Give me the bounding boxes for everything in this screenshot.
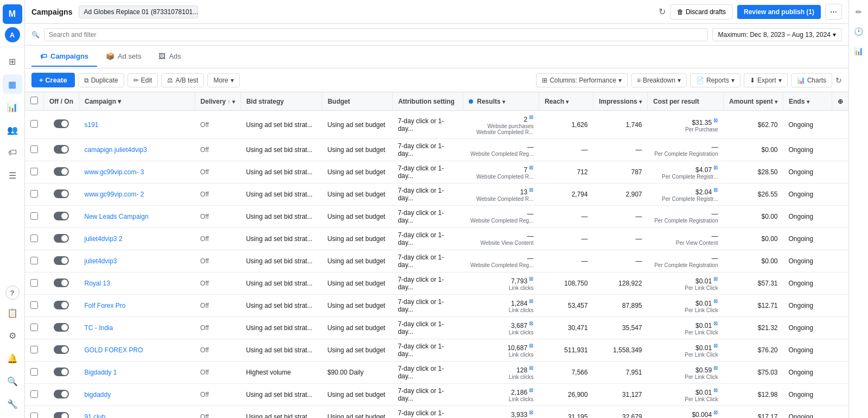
reports-button[interactable]: 📄 Reports ▾ bbox=[690, 73, 741, 87]
campaign-name-link[interactable]: bigdaddy bbox=[85, 391, 111, 398]
col-header-impressions[interactable]: Impressions ▾ bbox=[593, 92, 647, 111]
campaign-toggle[interactable] bbox=[54, 189, 69, 198]
campaign-toggle[interactable] bbox=[54, 323, 69, 332]
sidebar-tag-icon[interactable]: 🏷 bbox=[3, 143, 22, 162]
more-actions-button[interactable]: ⋯ bbox=[825, 4, 842, 20]
row-checkbox[interactable] bbox=[30, 324, 38, 331]
campaign-name-link[interactable]: Royal 13 bbox=[85, 280, 110, 287]
col-header-ends[interactable]: Ends ▾ bbox=[783, 92, 832, 111]
col-header-campaign[interactable]: Campaign ▾ bbox=[79, 92, 195, 111]
campaign-toggle[interactable] bbox=[54, 345, 69, 354]
campaign-name-link[interactable]: juliet4dvip3 2 bbox=[85, 235, 123, 243]
row-checkbox[interactable] bbox=[30, 390, 38, 398]
row-checkbox[interactable] bbox=[30, 168, 38, 175]
campaign-toggle[interactable] bbox=[54, 145, 69, 154]
duplicate-button[interactable]: ⧉ Duplicate bbox=[78, 73, 124, 87]
sidebar-bell-icon[interactable]: 🔔 bbox=[3, 349, 22, 368]
right-chart-icon[interactable]: 📊 bbox=[851, 43, 866, 59]
column-settings-icon[interactable]: ⊕ bbox=[838, 98, 843, 105]
table-refresh-icon[interactable]: ↻ bbox=[835, 76, 842, 85]
attribution-value: 7-day click or 1-day... bbox=[398, 142, 444, 157]
export-button[interactable]: ⬇ Export ▾ bbox=[744, 73, 788, 87]
col-header-checkbox[interactable] bbox=[25, 92, 44, 111]
col-header-amount-spent[interactable]: Amount spent ▾ bbox=[723, 92, 783, 111]
row-checkbox[interactable] bbox=[30, 190, 38, 198]
campaign-name-link[interactable]: New Leads Campaign bbox=[85, 213, 149, 220]
row-checkbox[interactable] bbox=[30, 212, 38, 220]
date-range-selector[interactable]: Maximum: Dec 8, 2023 – Aug 13, 2024 ▾ bbox=[712, 28, 842, 41]
col-header-bid[interactable]: Bid strategy bbox=[240, 92, 322, 111]
row-attribution-cell: 7-day click or 1-day... bbox=[392, 183, 463, 206]
campaign-toggle[interactable] bbox=[54, 256, 69, 265]
sidebar-tools-icon[interactable]: 🔧 bbox=[3, 394, 22, 414]
row-checkbox[interactable] bbox=[30, 279, 38, 287]
campaign-name-link[interactable]: TC - India bbox=[85, 324, 113, 332]
sidebar-menu-icon[interactable]: ☰ bbox=[3, 166, 22, 185]
campaign-name-link[interactable]: juliet4dvip3 bbox=[85, 257, 117, 265]
meta-logo-icon[interactable]: M bbox=[3, 4, 22, 24]
ab-test-button[interactable]: ⚖ A/B test bbox=[161, 73, 204, 87]
charts-button[interactable]: 📊 Charts bbox=[791, 73, 832, 87]
campaign-toggle[interactable] bbox=[54, 390, 69, 398]
campaign-toggle[interactable] bbox=[54, 368, 69, 376]
campaign-toggle[interactable] bbox=[54, 301, 69, 309]
discard-drafts-button[interactable]: 🗑 Discard drafts bbox=[670, 4, 733, 20]
row-reach-cell: — bbox=[539, 228, 593, 250]
edit-button[interactable]: ✏ Edit bbox=[127, 73, 158, 87]
row-checkbox[interactable] bbox=[30, 120, 38, 128]
search-input[interactable] bbox=[44, 28, 708, 41]
campaign-toggle[interactable] bbox=[54, 167, 69, 176]
create-button[interactable]: + Create bbox=[31, 73, 75, 87]
sidebar-settings-icon[interactable]: ⚙ bbox=[3, 326, 22, 345]
sidebar-users-icon[interactable]: 👥 bbox=[3, 120, 22, 140]
col-header-results[interactable]: Results ▾ bbox=[463, 92, 539, 111]
review-publish-button[interactable]: Review and publish (1) bbox=[737, 5, 821, 19]
right-edit-icon[interactable]: ✏ bbox=[851, 4, 866, 20]
campaign-name-link[interactable]: 91 club bbox=[85, 413, 106, 418]
campaign-toggle[interactable] bbox=[54, 278, 69, 287]
row-checkbox[interactable] bbox=[30, 413, 38, 419]
col-header-cost-per-result[interactable]: Cost per result bbox=[647, 92, 723, 111]
campaign-toggle[interactable] bbox=[54, 234, 69, 243]
row-checkbox[interactable] bbox=[30, 346, 38, 353]
sidebar-help-icon[interactable]: ? bbox=[5, 286, 20, 300]
campaign-name-link[interactable]: GOLD FOREX PRO bbox=[85, 346, 143, 354]
sidebar-chart-icon[interactable]: 📊 bbox=[3, 97, 22, 117]
amount-spent-value: $12.98 bbox=[758, 391, 778, 398]
row-checkbox[interactable] bbox=[30, 145, 38, 153]
campaign-name-link[interactable]: s191 bbox=[85, 121, 99, 129]
row-checkbox[interactable] bbox=[30, 301, 38, 309]
columns-button[interactable]: ⊞ Columns: Performance ▾ bbox=[536, 73, 628, 87]
campaign-name-link[interactable]: www.gc99vip.com- 2 bbox=[85, 191, 144, 198]
more-button[interactable]: More ▾ bbox=[207, 73, 239, 87]
row-checkbox[interactable] bbox=[30, 257, 38, 264]
col-header-delivery[interactable]: Delivery ↑ ▾ bbox=[195, 92, 240, 111]
campaign-name-link[interactable]: camapign juliet4dvip3 bbox=[85, 146, 147, 154]
right-clock-icon[interactable]: 🕐 bbox=[851, 24, 866, 39]
campaign-toggle[interactable] bbox=[54, 412, 69, 419]
tab-campaigns[interactable]: 🏷 Campaigns bbox=[31, 47, 97, 67]
row-checkbox[interactable] bbox=[30, 368, 38, 376]
breakdown-button[interactable]: ≡ Breakdown ▾ bbox=[631, 73, 687, 87]
campaign-name-link[interactable]: Bigdaddy 1 bbox=[85, 369, 117, 376]
select-all-checkbox[interactable] bbox=[30, 97, 38, 104]
refresh-icon[interactable]: ↻ bbox=[659, 7, 666, 17]
account-avatar[interactable]: A bbox=[5, 27, 20, 42]
campaign-name-link[interactable]: Folf Forex Pro bbox=[85, 302, 126, 309]
row-checkbox[interactable] bbox=[30, 235, 38, 242]
campaign-name-link[interactable]: www.gc99vip.com- 3 bbox=[85, 168, 144, 176]
campaign-toggle[interactable] bbox=[54, 119, 69, 128]
col-header-attribution[interactable]: Attribution setting bbox=[392, 92, 463, 111]
account-selector[interactable]: Ad Globes Replace 01 (87331078101... ▾ bbox=[79, 5, 198, 18]
tab-ads[interactable]: 🖼 Ads bbox=[150, 47, 189, 67]
col-header-budget[interactable]: Budget bbox=[322, 92, 392, 111]
col-header-reach[interactable]: Reach ▾ bbox=[539, 92, 593, 111]
sidebar-campaigns-icon[interactable]: ▦ bbox=[3, 74, 22, 94]
sidebar-search-icon[interactable]: 🔍 bbox=[3, 371, 22, 391]
sidebar-home-icon[interactable]: ⊞ bbox=[3, 52, 22, 71]
left-sidebar: M A ⊞ ▦ 📊 👥 🏷 ☰ ? 📋 ⚙ 🔔 🔍 🔧 bbox=[0, 0, 25, 418]
sidebar-report-icon[interactable]: 📋 bbox=[3, 303, 22, 322]
campaign-toggle[interactable] bbox=[54, 212, 69, 220]
col-header-toggle[interactable]: Off / On bbox=[44, 92, 79, 111]
tab-adsets[interactable]: 📦 Ad sets bbox=[97, 47, 150, 67]
